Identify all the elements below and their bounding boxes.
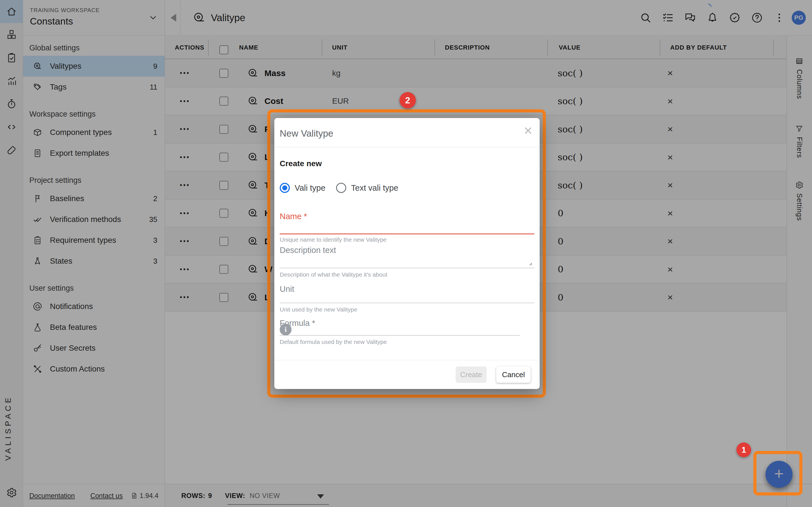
create-new-heading: Create new — [280, 159, 534, 168]
resize-handle-icon[interactable] — [526, 260, 533, 266]
description-field-label: Description text — [280, 245, 534, 255]
radio-vali-type-label[interactable]: Vali type — [295, 183, 325, 193]
radio-vali-type[interactable] — [280, 183, 290, 193]
unit-field-label: Unit — [280, 284, 534, 294]
radio-text-vali-type[interactable] — [336, 183, 346, 193]
valitype-kind-radio-group: Vali type Text vali type — [280, 183, 534, 193]
dialog-header: New Valitype × — [274, 118, 540, 147]
dialog-body: Create new Vali type Text vali type Name… — [274, 147, 540, 360]
formula-field-label: Formula * — [280, 319, 534, 328]
tutorial-step-badge-2: 2 — [400, 92, 416, 108]
unit-input[interactable] — [280, 303, 534, 303]
description-field-helper: Description of what the Valitype it's ab… — [280, 271, 534, 278]
dialog-title: New Valitype — [280, 128, 333, 139]
radio-text-vali-type-label[interactable]: Text vali type — [351, 183, 398, 193]
description-textarea[interactable] — [280, 268, 534, 268]
name-input[interactable] — [280, 233, 534, 234]
formula-field-helper: Default formula used by the new Valitype — [280, 339, 534, 345]
dialog-footer: Create Cancel — [274, 360, 540, 389]
name-field-helper: Unique name to identify the new Valitype — [280, 236, 534, 243]
close-icon[interactable]: × — [524, 123, 532, 138]
cancel-button[interactable]: Cancel — [496, 367, 530, 383]
unit-field-helper: Unit used by the new Valitype — [280, 306, 534, 313]
valispace-app: VALISPACE TRAINING WORKSPACE Constants G… — [0, 0, 812, 507]
create-button[interactable]: Create — [456, 367, 487, 383]
new-valitype-dialog: New Valitype × Create new Vali type Text… — [274, 118, 540, 389]
tutorial-step-badge-1: 1 — [737, 443, 751, 457]
name-field-label: Name * — [280, 212, 534, 221]
info-icon[interactable]: i — [280, 324, 292, 335]
